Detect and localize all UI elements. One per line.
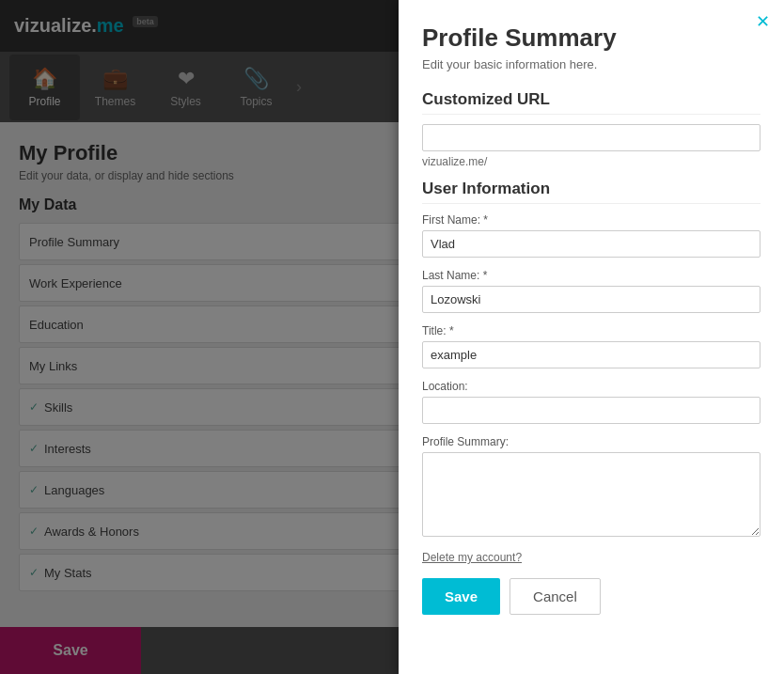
modal-overlay: ✕ Profile Summary Edit your basic inform… (0, 0, 784, 674)
modal-save-button[interactable]: Save (422, 578, 500, 615)
title-input[interactable] (422, 341, 760, 368)
profile-summary-textarea[interactable] (422, 452, 760, 537)
modal-buttons: Save Cancel (422, 578, 760, 615)
last-name-group: Last Name: * (422, 269, 760, 313)
customized-url-heading: Customized URL (422, 90, 760, 115)
last-name-input[interactable] (422, 286, 760, 313)
modal-title: Profile Summary (422, 24, 760, 53)
last-name-label: Last Name: * (422, 269, 760, 282)
delete-account-link[interactable]: Delete my account? (422, 551, 760, 564)
user-info-heading: User Information (422, 180, 760, 204)
location-label: Location: (422, 380, 760, 393)
url-prefix-text: vizualize.me/ (422, 155, 487, 168)
customized-url-input[interactable] (422, 124, 760, 151)
first-name-group: First Name: * (422, 213, 760, 258)
location-input[interactable] (422, 397, 760, 424)
profile-summary-group: Profile Summary: (422, 435, 760, 540)
customized-url-group: vizualize.me/ (422, 124, 760, 168)
location-group: Location: (422, 380, 760, 424)
title-label: Title: * (422, 324, 760, 337)
first-name-label: First Name: * (422, 213, 760, 227)
profile-summary-label: Profile Summary: (422, 435, 760, 448)
modal: ✕ Profile Summary Edit your basic inform… (399, 0, 784, 674)
url-prefix: vizualize.me/ (422, 155, 760, 168)
title-group: Title: * (422, 324, 760, 368)
modal-cancel-button[interactable]: Cancel (510, 578, 601, 615)
first-name-input[interactable] (422, 230, 760, 258)
modal-close-button[interactable]: ✕ (756, 11, 770, 32)
modal-subtitle: Edit your basic information here. (422, 57, 760, 71)
